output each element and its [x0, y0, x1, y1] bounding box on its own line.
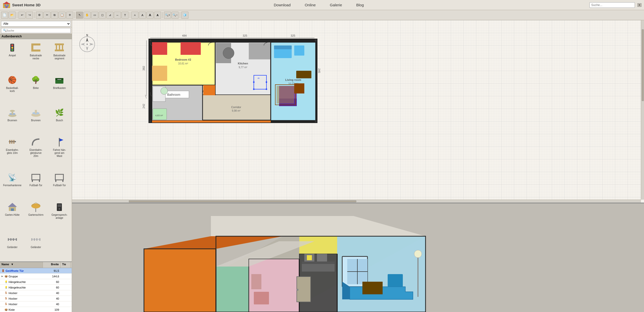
item-birke[interactable]: 🌳 Birke [24, 73, 47, 104]
svg-rect-85 [152, 66, 167, 81]
col-name-header[interactable]: Name ▼ [0, 262, 43, 268]
item-fahne[interactable]: Fahne hän-gend amMast [48, 135, 71, 169]
new-button[interactable]: 📄 [1, 12, 8, 19]
item-fernsehantenne-label: Fernsehantenne [3, 184, 21, 187]
item-balustrade-segment[interactable]: Balustradesegment [48, 40, 71, 72]
gelander1-icon [6, 233, 18, 245]
copy-button[interactable]: ⧉ [51, 12, 58, 19]
add-button[interactable]: ✛ [66, 12, 73, 19]
svg-rect-26 [11, 140, 12, 144]
list-row-0[interactable]: 🚪 Geöffnete Tür 91,5 [0, 268, 72, 274]
edit-tools: ⚙ ✂ ⧉ 📋 ✛ [36, 12, 73, 19]
item-busch[interactable]: 🌿 Busch [48, 105, 71, 134]
item-eisenbahn1[interactable]: Eisenbahn-gleis 10m [1, 135, 23, 169]
list-header: Name ▼ Breite Tie [0, 262, 72, 268]
floor-plan[interactable]: N 484 325 325 382 242 245 367 [72, 20, 644, 203]
item-briefkasten[interactable]: Briefkasten [48, 73, 71, 104]
col-breite-header[interactable]: Breite [43, 262, 61, 268]
item-eisenbahn2[interactable]: Eisenbahn-gleiskurve20m [24, 135, 47, 169]
draw-polyline-tool[interactable]: ⊿ [106, 12, 113, 19]
global-search-input[interactable] [589, 2, 635, 8]
item-gartenschirm[interactable]: Gartenschirm [24, 200, 47, 231]
svg-rect-22 [35, 110, 37, 113]
open-button[interactable]: 📂 [9, 12, 16, 19]
list-row-1[interactable]: ▶ 📦 Gruppe 144,6 [0, 274, 72, 279]
list-row-2[interactable]: 💡 Hängeleuchte 60 [0, 279, 72, 285]
svg-rect-12 [62, 45, 63, 50]
briefkasten-icon [53, 74, 65, 86]
svg-rect-15 [57, 79, 61, 80]
row-name-3: 💡 Hängeleuchte [0, 286, 43, 289]
3d-view-svg [72, 203, 644, 312]
item-basketball[interactable]: 🏀 Basketball-korb [1, 73, 23, 104]
item-balustrade-ecke[interactable]: Balustradenecke [24, 40, 47, 72]
list-row-4[interactable]: 🪑 Hocker 40 [0, 290, 72, 296]
floor-plan-vscroll[interactable] [641, 20, 644, 200]
nav-online[interactable]: Online [303, 2, 318, 8]
svg-point-40 [31, 203, 40, 208]
row-name-2: 💡 Hängeleuchte [0, 280, 43, 283]
list-row-3[interactable]: 💡 Hängeleuchte 60 [0, 285, 72, 290]
item-birke-label: Birke [33, 87, 39, 90]
svg-rect-53 [34, 238, 35, 241]
svg-text:245: 245 [318, 68, 321, 73]
item-gelander1[interactable]: Geländer [1, 232, 23, 260]
3d-view-button[interactable]: 🧊 [181, 12, 188, 19]
nav-blog[interactable]: Blog [354, 2, 366, 8]
item-brunnen2[interactable]: Brunnen [24, 105, 47, 134]
svg-rect-118 [294, 83, 304, 93]
paste-button[interactable]: 📋 [59, 12, 66, 19]
draw-wall-tool[interactable]: ▭ [91, 12, 98, 19]
draw-room-tool[interactable]: ◻ [99, 12, 106, 19]
col-tiefe-header[interactable]: Tie [61, 262, 71, 268]
svg-rect-54 [36, 238, 37, 241]
nav-download[interactable]: Download [272, 2, 293, 8]
text-style[interactable]: A [154, 12, 161, 19]
cut-button[interactable]: ✂ [43, 12, 51, 19]
add-text-tool[interactable]: T [121, 12, 129, 19]
text-size-small[interactable]: A [131, 12, 138, 19]
pan-tool[interactable]: ✋ [84, 12, 91, 19]
svg-rect-158 [302, 264, 335, 272]
text-size-medium[interactable]: A [139, 12, 146, 19]
item-garten-hutte-label: Garten-Hütte [5, 213, 20, 217]
item-fussball-tor2[interactable]: Fußball-Tor [48, 170, 71, 199]
svg-text:Living room: Living room [285, 78, 301, 81]
item-garten-hutte[interactable]: Garten-Hütte [1, 200, 23, 231]
item-ampel[interactable]: 🚦 Ampel [1, 40, 23, 72]
list-row-5[interactable]: 🪑 Hocker 40 [0, 296, 72, 301]
list-row-7[interactable]: 📦 Kiste 109 [0, 307, 72, 312]
nav-galerie[interactable]: Galerie [328, 2, 344, 8]
floor-plan-hscroll[interactable] [72, 200, 641, 203]
row-breite-6: 40 [43, 303, 61, 306]
item-fernsehantenne[interactable]: 📡 Fernsehantenne [1, 170, 23, 199]
item-fussball-tor1[interactable]: Fußball-Tor [24, 170, 47, 199]
zoom-in-button[interactable]: 🔍+ [164, 12, 171, 19]
redo-button[interactable]: ↪ [26, 12, 33, 19]
undo-button[interactable]: ↩ [18, 12, 26, 19]
text-size-large[interactable]: A [146, 12, 154, 19]
item-gelander2[interactable]: Geländer [24, 232, 47, 260]
add-dimension-tool[interactable]: ↔ [114, 12, 121, 19]
window-close-button[interactable]: ✕ [637, 3, 641, 7]
fussball-tor1-icon [30, 171, 42, 183]
select-tool[interactable]: ↖ [76, 12, 83, 19]
svg-point-126 [149, 39, 151, 41]
list-row-6[interactable]: 🪑 Hocker 40 [0, 301, 72, 307]
zoom-out-button[interactable]: 🔍− [171, 12, 179, 19]
item-search-input[interactable] [1, 28, 71, 33]
svg-rect-154 [388, 274, 403, 287]
category-dropdown[interactable]: Alle Außenbereich Badezimmer Küche Wohnz… [1, 21, 71, 27]
svg-point-59 [87, 44, 88, 45]
row-name-0: 🚪 Geöffnete Tür [0, 269, 43, 272]
3d-view[interactable] [72, 203, 644, 312]
brunnen1-icon [6, 106, 18, 118]
svg-rect-8 [55, 50, 64, 51]
item-gegensprechanlage[interactable]: Gegensprech-anlage [48, 200, 71, 231]
preferences-button[interactable]: ⚙ [36, 12, 43, 19]
item-brunnen1[interactable]: Brunnen [1, 105, 23, 134]
item-brunnen2-label: Brunnen [31, 119, 41, 122]
item-fussball-tor2-label: Fußball-Tor [53, 184, 66, 187]
logo-area[interactable]: Sweet Home 3D [3, 1, 41, 9]
category-selector: Alle Außenbereich Badezimmer Küche Wohnz… [0, 20, 72, 27]
